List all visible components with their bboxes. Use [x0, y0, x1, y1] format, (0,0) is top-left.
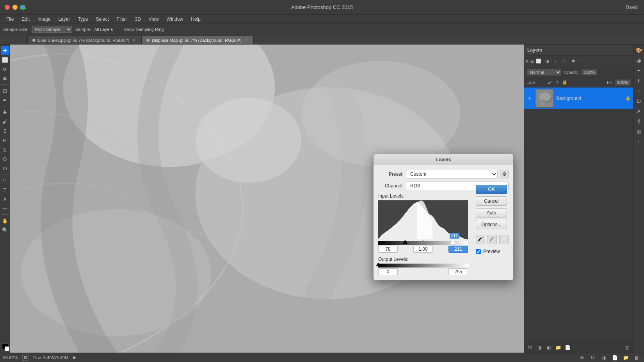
preview-checkbox[interactable] [476, 249, 481, 254]
add-mask-icon[interactable]: ◑ [536, 344, 543, 351]
black-eyedropper[interactable] [476, 235, 485, 244]
menu-window[interactable]: Window [164, 16, 187, 23]
output-black-value[interactable] [378, 268, 398, 275]
menu-layer[interactable]: Layer [55, 16, 73, 23]
tool-foreground-color[interactable] [1, 342, 9, 351]
layer-more[interactable]: ⋯ [578, 58, 585, 65]
tool-crop[interactable]: ⊡ [1, 86, 9, 95]
tab-displace-map[interactable]: Displace Map @ 66.7% (Background, RGB/8#… [141, 36, 253, 44]
preset-select[interactable]: Custom Default [406, 170, 498, 178]
menu-view[interactable]: View [146, 16, 162, 23]
lock-image[interactable]: 🖌 [546, 79, 552, 86]
eyedroppers [476, 235, 509, 244]
channels-icon[interactable]: ≡ [635, 87, 643, 95]
preview-label: Preview [483, 249, 500, 254]
lock-position[interactable]: ✛ [554, 79, 560, 86]
type-filter[interactable]: T [552, 58, 559, 65]
tool-dodge[interactable]: O [1, 164, 9, 173]
styles-icon[interactable]: ✦ [635, 66, 643, 75]
tool-clone[interactable]: S [1, 127, 9, 135]
tool-pen[interactable]: P [1, 176, 9, 185]
sample-value: All Layers [94, 27, 113, 32]
layer-status-icon: 📄 [610, 353, 619, 362]
status-arrow[interactable]: ▶ [73, 355, 76, 360]
add-style-icon[interactable]: fx [527, 344, 534, 351]
cancel-button[interactable]: Cancel [476, 196, 507, 206]
shape-filter[interactable]: ▭ [561, 58, 568, 65]
histogram-icon[interactable]: ▦ [635, 127, 643, 136]
adjustments-icon[interactable]: ◕ [635, 56, 643, 65]
tab-blue-sheet[interactable]: Blue Sheet.jpg @ 66.7% (Background, RGB/… [27, 36, 141, 44]
tool-quick-select[interactable]: ✱ [1, 74, 9, 83]
gray-eyedropper[interactable] [487, 235, 497, 244]
sample-size-select[interactable]: Point Sample 3 by 3 Average 5 by 5 Avera… [32, 26, 72, 33]
menu-image[interactable]: Image [34, 16, 53, 23]
preset-gear[interactable]: ⚙ [500, 170, 509, 178]
tool-hand[interactable]: ✋ [1, 216, 9, 225]
output-white-handle[interactable] [466, 262, 470, 266]
menu-help[interactable]: Help [188, 16, 204, 23]
paragraph-icon[interactable]: ¶ [635, 117, 643, 126]
adjustment-icon[interactable]: ◐ [545, 344, 552, 351]
canvas-area: Levels OK Cancel Auto Options... [10, 45, 524, 353]
opacity-input[interactable] [582, 69, 598, 75]
delete-layer-icon[interactable]: 🗑 [624, 344, 631, 351]
tool-history[interactable]: H [1, 136, 9, 144]
info-icon[interactable]: i [635, 137, 643, 146]
menu-3d[interactable]: 3D [132, 16, 144, 23]
midpoint-handle[interactable] [421, 240, 425, 244]
tab-displace-map-close[interactable]: ✕ [244, 38, 249, 43]
tool-heal[interactable]: ✚ [1, 108, 9, 116]
auto-button[interactable]: Auto [476, 208, 507, 218]
options-button[interactable]: Options... [476, 220, 507, 229]
tool-eraser[interactable]: E [1, 145, 9, 154]
layers-collapse[interactable]: ▾ [640, 48, 642, 53]
input-values [378, 246, 468, 253]
black-point-handle[interactable] [403, 240, 407, 244]
layer-eye-background[interactable]: 👁 [527, 95, 533, 102]
type-icon[interactable]: A [635, 107, 643, 116]
new-layer-icon[interactable]: 📄 [564, 344, 571, 351]
ok-button[interactable]: OK [476, 185, 507, 194]
tool-type[interactable]: T [1, 185, 9, 194]
menu-type[interactable]: Type [75, 16, 91, 23]
close-button[interactable] [5, 5, 10, 10]
fill-input[interactable] [615, 79, 631, 86]
input-black-value[interactable] [378, 246, 398, 253]
adjustment-filter[interactable]: ◑ [544, 58, 551, 65]
menu-select[interactable]: Select [93, 16, 112, 23]
smart-filter[interactable]: ✱ [569, 58, 576, 65]
menu-file[interactable]: File [3, 16, 17, 23]
paths-icon[interactable]: ⊡ [635, 97, 643, 105]
pixel-filter[interactable]: ⬜ [535, 58, 542, 65]
tool-brush[interactable]: 🖌 [1, 117, 9, 126]
new-group-icon[interactable]: 📁 [555, 344, 562, 351]
menu-filter[interactable]: Filter [114, 16, 130, 23]
white-point-handle[interactable]: 211 [450, 240, 455, 244]
output-black-handle[interactable] [376, 262, 381, 266]
white-eyedropper[interactable] [499, 235, 509, 244]
minimize-button[interactable] [12, 5, 18, 10]
tool-lasso[interactable]: ⟳ [1, 65, 9, 73]
right-panel-container: Layers ▾ Kind ⬜ ◑ T ▭ ✱ ⋯ Normal Dissolv… [524, 45, 644, 353]
right-panels: Layers ▾ Kind ⬜ ◑ T ▭ ✱ ⋯ Normal Dissolv… [524, 45, 633, 353]
tool-shape[interactable]: ▭ [1, 204, 9, 213]
tool-marquee[interactable]: ⬜ [1, 55, 9, 64]
tab-blue-sheet-close[interactable]: ✕ [132, 38, 136, 43]
properties-icon[interactable]: ℹ [635, 77, 643, 85]
tool-gradient[interactable]: G [1, 155, 9, 163]
blend-mode-select[interactable]: Normal Dissolve Multiply [527, 69, 562, 76]
layer-row-background[interactable]: 👁 Background 🔒 [524, 87, 633, 109]
tool-path-select[interactable]: A [1, 195, 9, 203]
optionsbar: Sample Size: Point Sample 3 by 3 Average… [0, 23, 644, 35]
lock-all[interactable]: 🔒 [562, 79, 568, 86]
lock-transparent[interactable]: ⬚ [538, 79, 544, 86]
input-white-value[interactable] [448, 246, 468, 253]
menu-edit[interactable]: Edit [18, 16, 33, 23]
tool-eyedropper[interactable]: ✒ [1, 96, 9, 104]
tool-zoom[interactable]: 🔍 [1, 226, 9, 234]
output-white-value[interactable] [448, 268, 468, 275]
input-mid-value[interactable] [413, 246, 433, 253]
tool-move[interactable] [1, 46, 9, 55]
tool-separator-1 [1, 84, 9, 85]
